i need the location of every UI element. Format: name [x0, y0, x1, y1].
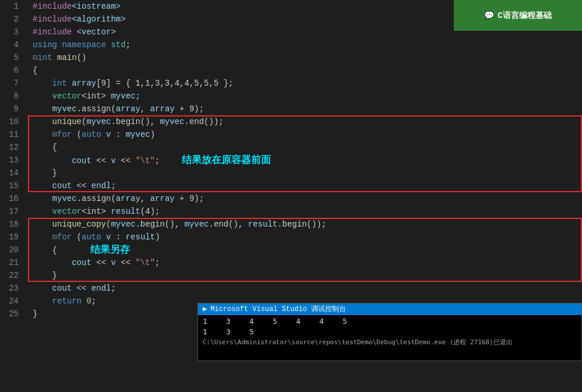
code-token: #include: [33, 27, 77, 37]
code-token: for: [57, 130, 77, 139]
code-token: <<: [91, 258, 111, 267]
code-token: unique: [52, 117, 82, 126]
code-token: [33, 117, 52, 126]
code-token: }: [33, 309, 37, 319]
gutter: [23, 0, 28, 320]
code-token: array: [150, 104, 175, 114]
code-token: using: [33, 40, 62, 50]
code-token: #include: [33, 2, 72, 11]
code-token: [33, 258, 72, 267]
code-token: <vector>: [77, 27, 116, 37]
code-token: unique_copy: [52, 220, 106, 229]
code-token: myvec: [52, 194, 77, 203]
code-token: <<: [116, 258, 136, 267]
code-token: [33, 232, 52, 242]
table-row: vector<int> myvec;: [28, 90, 582, 103]
code-token: {: [33, 143, 57, 152]
table-row: ⊟int main(): [28, 51, 582, 64]
code-token: myvec: [126, 130, 150, 139]
table-row: ⊟for (auto v : myvec): [28, 128, 582, 141]
code-token: ): [150, 130, 155, 139]
table-row: int array[9] = { 1,1,3,3,4,4,5,5,5 };: [28, 77, 582, 90]
code-content: #include<iostream>#include<algorithm>#in…: [28, 0, 582, 320]
line-number: 24: [0, 295, 23, 308]
editor-window: 1234567891011121314151617181920212223242…: [0, 0, 582, 392]
console-titlebar: ▶ Microsoft Visual Studio 调试控制台: [198, 303, 581, 315]
code-token: namespace: [62, 40, 111, 50]
console-output: 1345445135C:\Users\Administrator\source\…: [198, 315, 581, 349]
code-token: (4);: [140, 207, 160, 216]
code-token: vector: [33, 91, 82, 101]
table-row: cout << v << "\t";: [28, 256, 582, 269]
console-line: 1345445: [203, 316, 577, 327]
code-token: ⊟: [52, 232, 57, 242]
code-token: + 9);: [175, 194, 204, 203]
code-token: ;: [135, 91, 140, 101]
code-token: <<: [72, 181, 91, 190]
console-path: C:\Users\Administrator\source\repos\test…: [203, 337, 577, 348]
code-token: .end());: [184, 117, 223, 126]
line-number: 23: [0, 282, 23, 295]
code-token: .end(),: [209, 220, 248, 229]
code-token: 结果放在原容器前面: [160, 154, 271, 165]
code-token: 结果另存: [57, 244, 130, 255]
table-row: myvec.assign(array, array + 9);: [28, 103, 582, 115]
code-token: cout: [52, 181, 72, 190]
line-numbers: 1234567891011121314151617181920212223242…: [0, 0, 23, 320]
code-token: <iostream>: [72, 2, 121, 11]
code-token: .begin(),: [111, 117, 160, 126]
code-token: array: [150, 194, 175, 203]
code-token: [33, 104, 52, 114]
table-row: cout << endl;: [28, 179, 582, 192]
code-token: .assign(: [77, 104, 116, 114]
table-row: vector<int> result(4);: [28, 205, 582, 218]
line-number: 12: [0, 141, 23, 154]
code-token: cout: [52, 284, 72, 293]
line-number: 7: [0, 77, 23, 90]
table-row: { 结果另存: [28, 243, 582, 256]
line-number: 16: [0, 192, 23, 205]
code-token: array: [116, 104, 140, 114]
code-token: ;: [126, 40, 130, 50]
line-number: 11: [0, 128, 23, 141]
code-token: ,: [140, 104, 150, 114]
code-token: cout: [72, 156, 91, 165]
line-number: 22: [0, 269, 23, 282]
line-number: 9: [0, 103, 23, 115]
code-token: "\t": [135, 156, 155, 165]
code-token: [33, 284, 52, 293]
code-token: result: [126, 232, 155, 242]
code-token: :: [111, 130, 125, 139]
line-number: 17: [0, 205, 23, 218]
code-token: myvec: [111, 91, 135, 101]
line-number: 8: [0, 90, 23, 103]
wechat-badge: 💬 C语言编程基础: [454, 0, 582, 31]
table-row: cout << v << "\t"; 结果放在原容器前面: [28, 154, 582, 167]
code-token: [33, 130, 52, 139]
code-token: for: [57, 232, 77, 242]
code-token: (: [77, 232, 82, 242]
table-row: cout << endl;: [28, 282, 582, 295]
code-token: [9] = { 1,1,3,3,4,4,5,5,5 };: [96, 79, 233, 88]
console-icon: ▶: [203, 303, 207, 315]
code-token: myvec: [86, 117, 111, 126]
code-token: }: [33, 168, 57, 178]
code-token: + 9);: [175, 104, 204, 114]
line-number: 5: [0, 51, 23, 64]
code-token: endl: [91, 181, 111, 190]
code-token: <algorithm>: [72, 15, 125, 24]
console-line: 135: [203, 327, 577, 337]
line-number: 14: [0, 167, 23, 179]
code-editor: 1234567891011121314151617181920212223242…: [0, 0, 582, 320]
code-token: <<: [72, 284, 91, 293]
code-token: array: [72, 79, 96, 88]
code-token: myvec: [52, 104, 77, 114]
table-row: using namespace std;: [28, 38, 582, 51]
code-token: }: [33, 271, 57, 280]
table-row: }: [28, 167, 582, 179]
code-token: ;: [111, 284, 115, 293]
code-token: ⊟: [52, 130, 57, 139]
code-token: [33, 181, 52, 190]
console-panel: ▶ Microsoft Visual Studio 调试控制台 13454451…: [197, 303, 582, 361]
code-token: :: [111, 232, 125, 242]
